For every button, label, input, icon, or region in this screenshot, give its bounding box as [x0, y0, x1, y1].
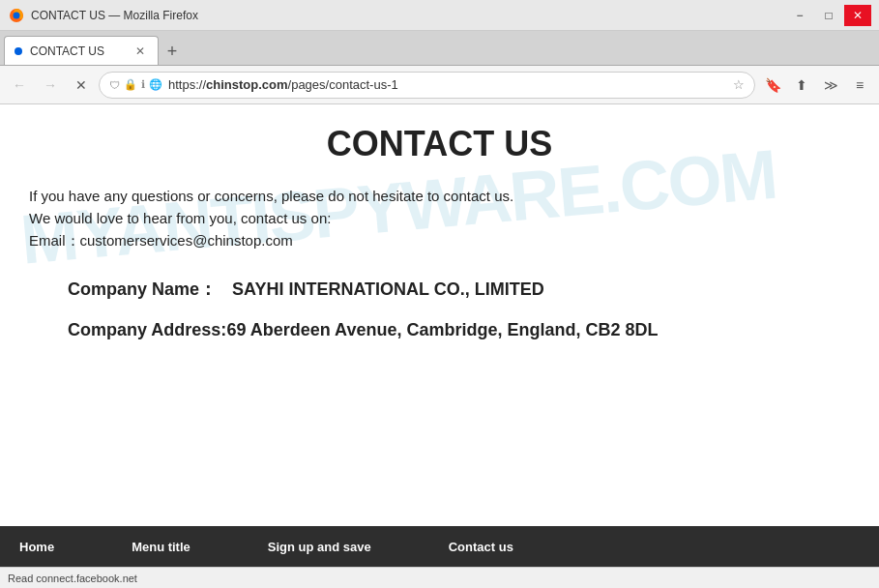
- new-tab-button[interactable]: +: [159, 38, 186, 65]
- pocket-button[interactable]: 🔖: [759, 72, 786, 99]
- titlebar-controls: − □ ✕: [786, 5, 871, 26]
- menu-button[interactable]: ≡: [846, 72, 873, 99]
- address-right-icons: ☆: [733, 77, 745, 92]
- url-prefix: https://: [168, 77, 206, 92]
- statusbar: Read connect.facebook.net: [0, 567, 879, 588]
- url-path: /pages/contact-us-1: [288, 77, 398, 92]
- stop-button[interactable]: ✕: [68, 72, 95, 99]
- intro-text-line2: We would love to hear from you, contact …: [29, 210, 850, 226]
- tab-label: CONTACT US: [30, 44, 125, 58]
- company-name-label: Company Name：: [68, 278, 217, 301]
- url-domain: chinstop.com: [206, 77, 288, 92]
- bookmark-icon[interactable]: ☆: [733, 77, 745, 92]
- firefox-icon: [8, 7, 25, 24]
- email-value: customerservices@chinstop.com: [80, 232, 293, 249]
- tabbar: CONTACT US ✕ +: [0, 31, 879, 66]
- address-bar[interactable]: 🛡 🔒 ℹ 🌐 https://chinstop.com/pages/conta…: [99, 72, 755, 99]
- minimize-button[interactable]: −: [786, 5, 813, 26]
- svg-point-1: [14, 12, 20, 18]
- titlebar: CONTACT US — Mozilla Firefox − □ ✕: [0, 0, 879, 31]
- footer-col4[interactable]: Contact us: [449, 540, 513, 554]
- address-security-icons: 🛡 🔒 ℹ 🌐: [109, 78, 162, 91]
- address-url: https://chinstop.com/pages/contact-us-1: [168, 77, 727, 92]
- share-button[interactable]: ⬆: [788, 72, 815, 99]
- footer-col3[interactable]: Sign up and save: [268, 540, 371, 554]
- titlebar-left: CONTACT US — Mozilla Firefox: [8, 7, 198, 24]
- titlebar-title: CONTACT US — Mozilla Firefox: [31, 9, 198, 22]
- company-address-value: 69 Aberdeen Avenue, Cambridge, England, …: [226, 320, 658, 339]
- page-content-area: MYANTISPYWARE.COM CONTACT US If you have…: [0, 104, 879, 567]
- email-line: Email：customerservices@chinstop.com: [29, 232, 850, 250]
- intro-text-line1: If you have any questions or concerns, p…: [29, 188, 850, 204]
- close-button[interactable]: ✕: [844, 5, 871, 26]
- back-button[interactable]: ←: [6, 72, 33, 99]
- extensions-button[interactable]: ≫: [817, 72, 844, 99]
- lock-icon: 🔒: [124, 78, 137, 91]
- page-title: CONTACT US: [29, 124, 850, 164]
- company-address-row: Company Address:69 Aberdeen Avenue, Camb…: [68, 320, 850, 340]
- footer-col1[interactable]: Home: [19, 540, 54, 554]
- footer-col2[interactable]: Menu title: [132, 540, 190, 554]
- company-name-row: Company Name： SAYHI INTERNATIONAL CO., L…: [68, 278, 850, 301]
- company-name-value: SAYHI INTERNATIONAL CO., LIMITED: [232, 279, 544, 300]
- status-text: Read connect.facebook.net: [8, 573, 137, 584]
- shield-icon: 🛡: [109, 79, 120, 91]
- nav-right: 🔖 ⬆ ≫ ≡: [759, 72, 873, 99]
- tab-contact-us[interactable]: CONTACT US ✕: [4, 36, 159, 65]
- tab-loading-dot: [15, 47, 22, 55]
- restore-button[interactable]: □: [815, 5, 842, 26]
- navbar: ← → ✕ 🛡 🔒 ℹ 🌐 https://chinstop.com/pages…: [0, 66, 879, 104]
- page-body: CONTACT US If you have any questions or …: [0, 104, 879, 360]
- globe-icon: 🌐: [149, 78, 162, 91]
- forward-button[interactable]: →: [37, 72, 64, 99]
- info-icon: ℹ: [141, 78, 145, 91]
- email-label: Email：: [29, 232, 80, 249]
- tab-close-button[interactable]: ✕: [132, 44, 148, 59]
- company-address-label: Company Address:: [68, 320, 226, 339]
- page-footer: Home Menu title Sign up and save Contact…: [0, 526, 879, 567]
